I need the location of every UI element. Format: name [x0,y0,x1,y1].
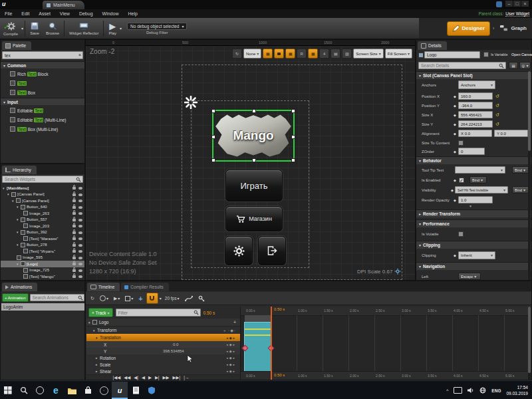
grid-size-value[interactable]: 4 [319,49,329,59]
details-scrollbar[interactable] [528,71,531,280]
prev-key-button[interactable]: ◀◀ [122,375,132,380]
palette-item-text[interactable]: Text [1,78,84,88]
lock-icon[interactable] [72,219,76,221]
resize-handle[interactable] [252,158,256,162]
position-x-input[interactable]: 160.0 [458,92,493,100]
resize-handle[interactable] [211,135,215,139]
preview-none-dropdown[interactable]: None▾ [243,49,261,59]
resize-handle[interactable] [291,109,295,113]
menu-asset[interactable]: Asset [34,9,55,18]
is-variable-checkbox[interactable] [483,52,489,57]
hierarchy-row-button-640[interactable]: ▾Button_640 [1,204,84,211]
tooltip-input[interactable]: ▾ [455,166,505,174]
tab-animations[interactable]: Animations [2,283,37,291]
parent-class-link[interactable]: User Widget [505,11,529,17]
menu-help[interactable]: Help [123,9,142,18]
feedback-icon[interactable] [496,1,502,7]
lock-icon[interactable] [72,237,76,240]
reset-to-default-icon[interactable]: ↺ [495,122,499,127]
hierarchy-row-image-263[interactable]: Image_263 [1,210,84,217]
keyframe-icon[interactable]: ◆ [454,253,456,257]
logo-widget-selection[interactable]: Mango [212,110,295,162]
palette-item-text-box-multiline[interactable]: Text Box (Multi-Line) [1,124,84,134]
reset-to-default-icon[interactable]: ↺ [495,94,499,99]
tray-monitor-icon[interactable] [454,387,462,394]
visibility-eye-icon[interactable] [78,219,82,221]
menu-debug[interactable]: Debug [74,9,98,18]
position-y-input[interactable]: -364.0 [458,102,493,109]
details-search-input[interactable] [418,62,506,69]
fill-screen-dropdown[interactable]: Fill Screen▾ [385,49,412,59]
hierarchy-row-canvas-1[interactable]: ▾[Canvas Panel] [1,192,84,198]
property-matrix-button[interactable]: ▤ [509,62,518,69]
layout-grid-toggle[interactable]: ▦ [285,49,295,59]
keyframe-icon[interactable]: ◆ [454,198,456,202]
taskbar-notepad-button[interactable] [128,382,144,399]
keyframe-icon[interactable]: ◆ [454,132,456,136]
anchor-medallion-icon[interactable] [184,96,198,109]
widget-name-input[interactable] [424,51,480,59]
animation-item-logoanim[interactable]: LogoAnim [1,303,84,311]
dpi-settings-gear-icon[interactable] [394,268,401,275]
tab-hierarchy[interactable]: Hierarchy [2,166,37,174]
is-volatile-checkbox[interactable] [458,231,464,237]
resize-handle[interactable] [211,109,215,113]
hierarchy-row-image-725[interactable]: Image_725 [1,267,84,274]
visibility-eye-icon[interactable] [78,212,82,215]
lock-icon[interactable] [72,263,76,265]
lock-icon[interactable] [72,212,76,215]
key-controls[interactable]: ◂◆▸ [226,356,236,360]
palette-item-rich-text-block[interactable]: Rich Text Block [1,69,84,78]
step-back-button[interactable]: ◀| [132,375,140,380]
settings-button-widget[interactable] [225,236,253,265]
section-navigation[interactable]: ▾Navigation [416,262,531,270]
section-clipping[interactable]: ▾Clipping [416,241,531,249]
track-row-logo[interactable]: ▾Logo+ [86,319,240,327]
designer-viewport[interactable]: 0 500 1000 1500 2000 Zoom -2 ↻ None▾ ▦ ▦… [85,39,416,281]
hierarchy-row-canvas-2[interactable]: ▾[Canvas Panel] [1,198,84,204]
to-front-button[interactable]: |◀◀ [111,375,122,380]
keyframe-icon[interactable]: ◆ [454,122,456,126]
keying-settings-button[interactable] [196,293,207,304]
lock-icon[interactable] [72,275,76,278]
compile-button[interactable]: ✓ Compile [0,19,21,39]
tray-speaker-icon[interactable] [467,387,474,394]
menu-file[interactable]: File [0,9,17,18]
visibility-eye-icon[interactable] [78,206,82,209]
lock-icon[interactable] [72,250,76,253]
add-key-icon[interactable]: + [233,320,236,325]
size-y-input[interactable]: 264.224213 [458,120,493,128]
lock-icon[interactable] [72,187,76,190]
zorder-input[interactable]: 0 [458,148,485,155]
browse-button[interactable]: Browse [43,19,63,39]
lock-icon[interactable] [72,206,76,209]
expand-advanced-icon[interactable]: ▾ [469,203,471,208]
loop-mode-button[interactable]: |→ [182,375,191,380]
resize-handle[interactable] [252,109,256,113]
hierarchy-row-image-595[interactable]: Image_595 [1,255,84,261]
minimize-button[interactable]: – [505,1,513,7]
close-button[interactable]: × [521,1,529,7]
nav-left-dropdown[interactable]: Escape▾ [458,273,481,280]
reset-to-default-icon[interactable]: ↺ [495,103,499,108]
lock-icon[interactable] [72,269,76,272]
tab-compiler-results[interactable]: Compiler Results [121,283,169,291]
hierarchy-search-input[interactable] [2,176,83,183]
compile-options-caret-icon[interactable]: ▾ [21,26,23,31]
taskbar-unreal-button-active[interactable]: u [112,382,128,399]
timeline-scrollbar[interactable] [528,307,531,380]
visibility-eye-icon[interactable] [78,257,82,259]
curve-editor-button[interactable] [183,293,195,304]
keyframe-icon[interactable]: ◆ [454,150,456,154]
palette-section-common[interactable]: ▾ Common [1,61,84,68]
key-controls[interactable]: ◂◆▸ [226,349,236,353]
lock-toggle[interactable] [274,49,284,59]
alignment-x-input[interactable]: X 0.0 [458,130,492,137]
debug-object-dropdown[interactable]: No debug object selected ▾ [127,23,187,30]
keyframe-icon[interactable]: ◆ [454,178,456,182]
palette-search-input[interactable] [2,51,83,59]
step-forward-button[interactable]: ▶| [153,375,161,380]
visibility-dropdown[interactable]: Self Hit Test Invisible▾ [455,186,508,194]
section-performance[interactable]: ▾Performance [416,219,531,227]
move-tool-button[interactable]: + [136,293,144,304]
